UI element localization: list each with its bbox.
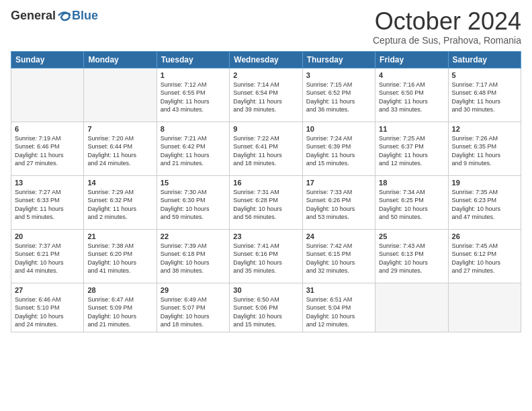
header-saturday: Saturday (448, 51, 521, 68)
calendar-week-4: 20Sunrise: 7:37 AM Sunset: 6:21 PM Dayli… (11, 229, 521, 283)
day-info: Sunrise: 7:43 AM Sunset: 6:13 PM Dayligh… (379, 242, 444, 275)
table-row: 21Sunrise: 7:38 AM Sunset: 6:20 PM Dayli… (84, 229, 157, 283)
day-number: 7 (87, 125, 152, 133)
day-number: 10 (306, 125, 371, 133)
day-info: Sunrise: 7:22 AM Sunset: 6:41 PM Dayligh… (233, 134, 298, 168)
table-row: 9Sunrise: 7:22 AM Sunset: 6:41 PM Daylig… (230, 122, 302, 175)
day-info: Sunrise: 6:46 AM Sunset: 5:10 PM Dayligh… (15, 295, 80, 329)
day-info: Sunrise: 7:34 AM Sunset: 6:25 PM Dayligh… (379, 188, 444, 222)
table-row: 27Sunrise: 6:46 AM Sunset: 5:10 PM Dayli… (11, 283, 84, 332)
day-info: Sunrise: 7:15 AM Sunset: 6:52 PM Dayligh… (306, 81, 371, 114)
day-number: 21 (87, 232, 152, 240)
day-info: Sunrise: 7:17 AM Sunset: 6:48 PM Dayligh… (452, 81, 517, 114)
day-number: 4 (379, 71, 444, 79)
day-info: Sunrise: 7:12 AM Sunset: 6:55 PM Dayligh… (161, 81, 226, 114)
day-number: 9 (233, 125, 298, 133)
day-info: Sunrise: 7:33 AM Sunset: 6:26 PM Dayligh… (306, 188, 371, 222)
table-row: 10Sunrise: 7:24 AM Sunset: 6:39 PM Dayli… (302, 122, 375, 175)
day-number: 30 (233, 286, 298, 294)
day-info: Sunrise: 7:30 AM Sunset: 6:30 PM Dayligh… (161, 188, 226, 222)
day-info: Sunrise: 7:16 AM Sunset: 6:50 PM Dayligh… (379, 81, 444, 114)
header-tuesday: Tuesday (157, 51, 229, 68)
table-row: 2Sunrise: 7:14 AM Sunset: 6:54 PM Daylig… (230, 68, 302, 122)
day-info: Sunrise: 7:25 AM Sunset: 6:37 PM Dayligh… (379, 134, 444, 168)
table-row: 15Sunrise: 7:30 AM Sunset: 6:30 PM Dayli… (157, 175, 229, 229)
day-info: Sunrise: 7:14 AM Sunset: 6:54 PM Dayligh… (233, 81, 298, 114)
day-number: 24 (306, 232, 371, 240)
day-number: 19 (452, 179, 517, 187)
table-row: 13Sunrise: 7:27 AM Sunset: 6:33 PM Dayli… (11, 175, 84, 229)
day-number: 8 (161, 125, 226, 133)
weekday-header-row: Sunday Monday Tuesday Wednesday Thursday… (11, 51, 521, 68)
day-number: 20 (15, 232, 80, 240)
day-info: Sunrise: 7:37 AM Sunset: 6:21 PM Dayligh… (15, 242, 80, 275)
day-number: 16 (233, 179, 298, 187)
day-info: Sunrise: 6:50 AM Sunset: 5:06 PM Dayligh… (233, 295, 298, 329)
table-row: 14Sunrise: 7:29 AM Sunset: 6:32 PM Dayli… (84, 175, 157, 229)
day-info: Sunrise: 7:29 AM Sunset: 6:32 PM Dayligh… (87, 188, 152, 222)
day-number: 23 (233, 232, 298, 240)
day-info: Sunrise: 6:47 AM Sunset: 5:09 PM Dayligh… (87, 295, 152, 329)
table-row: 11Sunrise: 7:25 AM Sunset: 6:37 PM Dayli… (375, 122, 448, 175)
logo-blue-text: Blue (72, 9, 98, 23)
page-container: General Blue October 2024 Ceptura de Sus… (0, 0, 532, 338)
table-row: 19Sunrise: 7:35 AM Sunset: 6:23 PM Dayli… (448, 175, 521, 229)
table-row: 31Sunrise: 6:51 AM Sunset: 5:04 PM Dayli… (302, 283, 375, 332)
logo-text: General Blue (11, 8, 98, 23)
table-row: 8Sunrise: 7:21 AM Sunset: 6:42 PM Daylig… (157, 122, 229, 175)
day-number: 18 (379, 179, 444, 187)
day-info: Sunrise: 7:20 AM Sunset: 6:44 PM Dayligh… (87, 134, 152, 168)
day-info: Sunrise: 7:38 AM Sunset: 6:20 PM Dayligh… (87, 242, 152, 275)
logo-general-text: General (11, 9, 56, 23)
table-row: 28Sunrise: 6:47 AM Sunset: 5:09 PM Dayli… (84, 283, 157, 332)
header: General Blue October 2024 Ceptura de Sus… (11, 8, 521, 46)
day-info: Sunrise: 7:19 AM Sunset: 6:46 PM Dayligh… (15, 134, 80, 168)
title-section: October 2024 Ceptura de Sus, Prahova, Ro… (373, 8, 521, 46)
day-info: Sunrise: 7:41 AM Sunset: 6:16 PM Dayligh… (233, 242, 298, 275)
day-info: Sunrise: 6:51 AM Sunset: 5:04 PM Dayligh… (306, 295, 371, 329)
table-row: 26Sunrise: 7:45 AM Sunset: 6:12 PM Dayli… (448, 229, 521, 283)
day-info: Sunrise: 7:24 AM Sunset: 6:39 PM Dayligh… (306, 134, 371, 168)
day-info: Sunrise: 7:39 AM Sunset: 6:18 PM Dayligh… (161, 242, 226, 275)
table-row: 18Sunrise: 7:34 AM Sunset: 6:25 PM Dayli… (375, 175, 448, 229)
table-row (84, 68, 157, 122)
day-number: 1 (161, 71, 226, 79)
table-row: 24Sunrise: 7:42 AM Sunset: 6:15 PM Dayli… (302, 229, 375, 283)
day-number: 14 (87, 179, 152, 187)
table-row (11, 68, 84, 122)
table-row: 29Sunrise: 6:49 AM Sunset: 5:07 PM Dayli… (157, 283, 229, 332)
header-sunday: Sunday (11, 51, 84, 68)
calendar-table: Sunday Monday Tuesday Wednesday Thursday… (11, 51, 521, 332)
header-thursday: Thursday (302, 51, 375, 68)
table-row (448, 283, 521, 332)
day-number: 27 (15, 286, 80, 294)
table-row: 25Sunrise: 7:43 AM Sunset: 6:13 PM Dayli… (375, 229, 448, 283)
day-number: 31 (306, 286, 371, 294)
day-number: 22 (161, 232, 226, 240)
day-info: Sunrise: 7:21 AM Sunset: 6:42 PM Dayligh… (161, 134, 226, 168)
day-number: 6 (15, 125, 80, 133)
day-number: 5 (452, 71, 517, 79)
table-row: 4Sunrise: 7:16 AM Sunset: 6:50 PM Daylig… (375, 68, 448, 122)
table-row: 30Sunrise: 6:50 AM Sunset: 5:06 PM Dayli… (230, 283, 302, 332)
calendar-week-5: 27Sunrise: 6:46 AM Sunset: 5:10 PM Dayli… (11, 283, 521, 332)
day-number: 26 (452, 232, 517, 240)
calendar-week-3: 13Sunrise: 7:27 AM Sunset: 6:33 PM Dayli… (11, 175, 521, 229)
table-row: 6Sunrise: 7:19 AM Sunset: 6:46 PM Daylig… (11, 122, 84, 175)
day-info: Sunrise: 6:49 AM Sunset: 5:07 PM Dayligh… (161, 295, 226, 329)
day-number: 29 (161, 286, 226, 294)
header-monday: Monday (84, 51, 157, 68)
table-row: 20Sunrise: 7:37 AM Sunset: 6:21 PM Dayli… (11, 229, 84, 283)
table-row: 5Sunrise: 7:17 AM Sunset: 6:48 PM Daylig… (448, 68, 521, 122)
day-number: 15 (161, 179, 226, 187)
day-info: Sunrise: 7:42 AM Sunset: 6:15 PM Dayligh… (306, 242, 371, 275)
location: Ceptura de Sus, Prahova, Romania (373, 35, 521, 46)
logo: General Blue (11, 8, 98, 23)
day-info: Sunrise: 7:27 AM Sunset: 6:33 PM Dayligh… (15, 188, 80, 222)
day-number: 2 (233, 71, 298, 79)
day-number: 17 (306, 179, 371, 187)
day-number: 12 (452, 125, 517, 133)
table-row: 1Sunrise: 7:12 AM Sunset: 6:55 PM Daylig… (157, 68, 229, 122)
day-number: 28 (87, 286, 152, 294)
day-info: Sunrise: 7:31 AM Sunset: 6:28 PM Dayligh… (233, 188, 298, 222)
